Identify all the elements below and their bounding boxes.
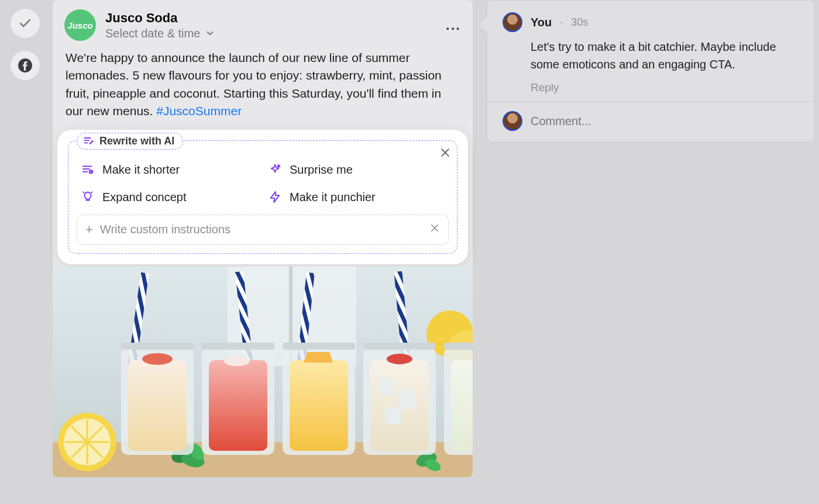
ai-option-label: Surprise me	[290, 163, 353, 177]
post-more-button[interactable]: ...	[446, 17, 461, 33]
post-body-text: We're happy to announce the launch of ou…	[66, 51, 442, 118]
svg-point-38	[142, 353, 173, 365]
date-label: Select date & time	[105, 27, 200, 40]
post-header-main: Jusco Soda Select date & time	[105, 11, 436, 40]
ai-rewrite-panel: Rewrite with AI Make it shorter Surprise…	[57, 130, 468, 264]
comment-item: You · 30s Let's try to make it a bit cat…	[487, 1, 814, 101]
ai-options-grid: Make it shorter Surprise me Expand conce…	[77, 149, 449, 215]
svg-rect-41	[209, 360, 267, 451]
ai-option-surprise[interactable]: Surprise me	[269, 163, 444, 177]
ai-legend-text: Rewrite with AI	[99, 135, 174, 147]
comment-input[interactable]	[531, 115, 799, 128]
post-image	[53, 267, 473, 477]
post-header: Jusco Jusco Soda Select date & time ...	[53, 0, 473, 46]
svg-rect-53	[384, 407, 401, 424]
svg-rect-36	[121, 343, 194, 350]
comment-input-row	[487, 102, 814, 141]
svg-rect-40	[202, 343, 274, 350]
shorter-icon	[81, 163, 94, 176]
ai-option-shorter[interactable]: Make it shorter	[81, 163, 257, 177]
ai-rewrite-inner: Rewrite with AI Make it shorter Surprise…	[68, 140, 457, 254]
close-icon	[429, 223, 440, 233]
current-user-avatar	[503, 111, 522, 131]
date-selector[interactable]: Select date & time	[105, 27, 436, 40]
rewrite-icon	[83, 135, 95, 147]
sparkle-icon	[269, 163, 281, 176]
svg-marker-46	[304, 352, 333, 363]
ai-rewrite-legend: Rewrite with AI	[77, 133, 183, 150]
comment-time-sep: ·	[560, 16, 563, 29]
svg-rect-37	[128, 360, 187, 451]
svg-point-50	[387, 354, 412, 364]
close-icon	[439, 147, 451, 158]
comments-panel: You · 30s Let's try to make it a bit cat…	[487, 0, 814, 142]
reply-button[interactable]: Reply	[531, 81, 799, 94]
ai-option-label: Make it shorter	[102, 163, 180, 177]
comment-avatar	[503, 12, 522, 32]
svg-line-11	[83, 192, 84, 193]
svg-rect-52	[398, 389, 416, 409]
post-body[interactable]: We're happy to announce the launch of ou…	[53, 46, 473, 126]
ai-custom-instruction-input[interactable]: + Write custom instructions	[77, 215, 449, 245]
ai-option-label: Expand concept	[102, 191, 186, 204]
comment-author: You	[531, 16, 552, 29]
post-card: Jusco Jusco Soda Select date & time ... …	[53, 0, 473, 477]
custom-clear-button[interactable]	[429, 223, 440, 236]
left-action-bar	[11, 9, 40, 80]
svg-line-12	[91, 192, 92, 193]
svg-rect-55	[451, 360, 473, 451]
svg-marker-13	[271, 192, 280, 202]
comment-text: Let's try to make it a bit catchier. May…	[531, 38, 799, 73]
brand-avatar: Jusco	[64, 9, 96, 41]
speech-pointer	[479, 17, 487, 33]
network-facebook-button[interactable]	[11, 51, 40, 80]
comment-time: 30s	[571, 16, 588, 29]
brand-avatar-text: Jusco	[67, 20, 92, 30]
custom-placeholder-text: Write custom instructions	[100, 223, 230, 236]
plus-icon: +	[85, 222, 93, 237]
svg-rect-51	[379, 378, 394, 395]
ai-close-button[interactable]	[439, 147, 451, 161]
post-title: Jusco Soda	[105, 11, 436, 26]
ai-option-expand[interactable]: Expand concept	[81, 191, 257, 204]
ai-option-label: Make it punchier	[290, 191, 376, 204]
ai-option-punchier[interactable]: Make it punchier	[269, 191, 444, 204]
svg-rect-45	[290, 360, 348, 451]
svg-rect-44	[283, 343, 355, 350]
chevron-down-icon	[205, 28, 215, 39]
svg-point-42	[224, 357, 250, 366]
facebook-icon	[18, 58, 33, 73]
svg-rect-48	[363, 343, 436, 350]
svg-rect-54	[444, 343, 473, 350]
comment-header: You · 30s	[503, 12, 799, 32]
bulb-icon	[81, 191, 94, 203]
bolt-icon	[269, 191, 281, 203]
post-hashtag[interactable]: #JuscoSummer	[156, 104, 242, 118]
check-icon	[18, 16, 32, 30]
confirm-button[interactable]	[11, 9, 40, 38]
